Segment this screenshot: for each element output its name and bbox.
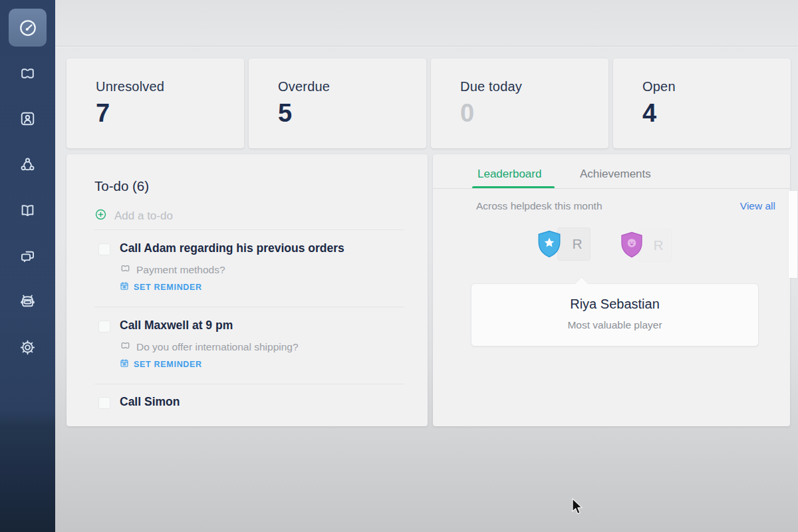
todo-widget: To-do (6) Add a to-do Call Adam regardin… (66, 154, 428, 426)
sidebar-item-bots[interactable] (19, 293, 37, 311)
divider (433, 188, 790, 189)
note-text: Payment methods? (136, 264, 225, 276)
sidebar-item-settings[interactable] (19, 338, 37, 356)
stat-label: Open (642, 79, 676, 94)
chat-bubbles-icon (19, 247, 37, 265)
sidebar-item-contacts[interactable] (19, 110, 37, 128)
sidebar-nav (0, 0, 55, 532)
todo-checkbox[interactable] (98, 397, 110, 409)
set-reminder-label: SET REMINDER (134, 283, 202, 292)
plus-circle-icon (94, 208, 107, 223)
stat-label: Unresolved (96, 79, 164, 94)
divider (94, 307, 404, 307)
todo-item-title[interactable]: Call Simon (120, 395, 180, 406)
divider (94, 384, 404, 384)
mvp-tooltip: Riya Sebastian Most valuable player (471, 283, 759, 346)
book-icon (19, 201, 37, 219)
sidebar-item-tickets[interactable] (19, 65, 37, 82)
mvp-subtitle: Most valuable player (471, 319, 758, 331)
set-reminder-button[interactable]: SET REMINDER (120, 281, 202, 293)
robot-head-icon (19, 293, 37, 311)
stat-card-due-today[interactable]: Due today 0 (431, 59, 608, 148)
stat-value: 7 (96, 99, 110, 128)
stat-card-open[interactable]: Open 4 (613, 59, 791, 148)
calendar-icon (120, 358, 129, 370)
sidebar-item-social[interactable] (19, 156, 37, 174)
stat-label: Overdue (278, 79, 330, 94)
gear-icon (19, 338, 37, 356)
divider (94, 229, 404, 230)
note-text: Do you offer international shipping? (136, 341, 299, 353)
sidebar-item-solutions[interactable] (19, 201, 37, 219)
contact-card-icon (19, 110, 37, 128)
tooltip-caret (575, 277, 589, 291)
tab-achievements[interactable]: Achievements (580, 168, 651, 181)
mvp-name: Riya Sebastian (471, 297, 758, 312)
calendar-icon (120, 281, 129, 293)
network-nodes-icon (19, 156, 37, 174)
add-todo-placeholder: Add a to-do (114, 209, 173, 223)
view-all-link[interactable]: View all (740, 200, 775, 212)
sidebar-item-forums[interactable] (19, 247, 37, 265)
todo-checkbox[interactable] (98, 321, 110, 332)
purple-emblem-shield-icon (619, 231, 646, 259)
stat-value: 4 (642, 99, 656, 128)
header-divider (55, 46, 798, 47)
stat-value: 0 (460, 99, 474, 128)
stat-label: Due today (460, 79, 522, 94)
ticket-icon (120, 340, 131, 354)
ticket-icon (120, 263, 131, 277)
page-scrollbar-thumb[interactable] (789, 191, 797, 278)
set-reminder-button[interactable]: SET REMINDER (120, 358, 202, 370)
add-todo-input[interactable]: Add a to-do (94, 208, 173, 223)
helpdesk-dashboard: Unresolved 7 Overdue 5 Due today 0 Open … (0, 0, 798, 532)
stat-card-unresolved[interactable]: Unresolved 7 (66, 59, 244, 148)
dashboard-gauge-icon (18, 18, 38, 38)
leaderboard-widget: Leaderboard Achievements Across helpdesk… (433, 154, 790, 426)
todo-item-note: Do you offer international shipping? (120, 340, 299, 354)
todo-item-title[interactable]: Call Maxwell at 9 pm (120, 319, 233, 332)
leaderboard-subtitle: Across helpdesk this month (476, 200, 602, 212)
blue-star-shield-icon (536, 230, 563, 258)
ticket-icon (19, 65, 37, 82)
todo-checkbox[interactable] (98, 243, 110, 255)
stat-card-overdue[interactable]: Overdue 5 (249, 59, 426, 148)
set-reminder-label: SET REMINDER (134, 360, 202, 369)
todo-item-title[interactable]: Call Adam regarding his previous orders (120, 241, 344, 255)
tab-leaderboard[interactable]: Leaderboard (477, 168, 541, 181)
sidebar-item-dashboard[interactable] (9, 9, 47, 47)
todo-item-note: Payment methods? (120, 263, 225, 277)
stat-value: 5 (278, 99, 292, 128)
todo-title: To-do (6) (94, 178, 149, 194)
